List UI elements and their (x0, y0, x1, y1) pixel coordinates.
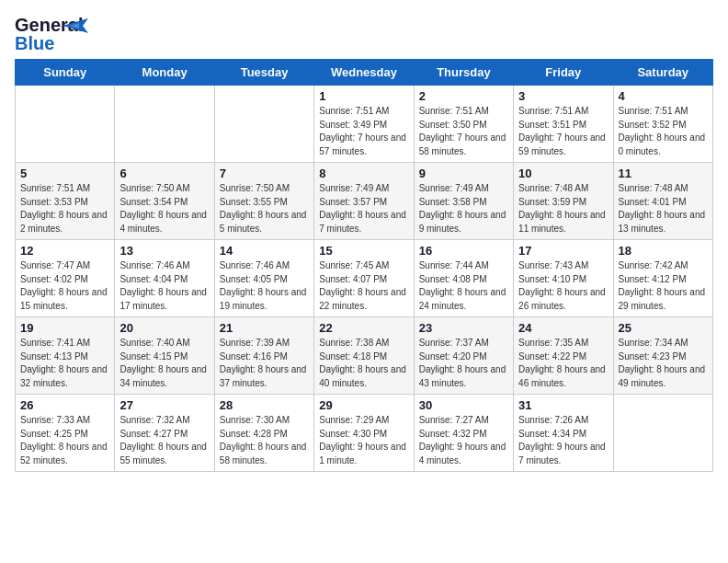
day-number: 27 (119, 398, 209, 412)
calendar-cell: 1Sunrise: 7:51 AM Sunset: 3:49 PM Daylig… (314, 86, 414, 163)
day-info: Sunrise: 7:51 AM Sunset: 3:49 PM Dayligh… (319, 105, 408, 158)
day-number: 9 (419, 167, 508, 180)
calendar-cell: 25Sunrise: 7:34 AM Sunset: 4:23 PM Dayli… (613, 317, 712, 395)
day-info: Sunrise: 7:40 AM Sunset: 4:15 PM Dayligh… (119, 337, 209, 390)
weekday-header-row: SundayMondayTuesdayWednesdayThursdayFrid… (16, 60, 713, 86)
calendar-cell: 30Sunrise: 7:27 AM Sunset: 4:32 PM Dayli… (414, 395, 513, 472)
day-number: 21 (220, 321, 309, 335)
weekday-header-friday: Friday (514, 60, 613, 86)
day-info: Sunrise: 7:29 AM Sunset: 4:30 PM Dayligh… (319, 414, 408, 467)
day-number: 20 (119, 321, 209, 335)
day-number: 2 (419, 89, 508, 103)
calendar-cell: 4Sunrise: 7:51 AM Sunset: 3:52 PM Daylig… (613, 86, 712, 163)
weekday-header-wednesday: Wednesday (314, 60, 414, 86)
logo-blue: Blue (15, 33, 54, 54)
calendar-week-4: 19Sunrise: 7:41 AM Sunset: 4:13 PM Dayli… (16, 317, 713, 395)
day-info: Sunrise: 7:51 AM Sunset: 3:51 PM Dayligh… (518, 105, 608, 158)
day-number: 6 (119, 167, 209, 180)
calendar-cell: 22Sunrise: 7:38 AM Sunset: 4:18 PM Dayli… (314, 317, 414, 395)
day-number: 4 (619, 89, 708, 103)
day-info: Sunrise: 7:41 AM Sunset: 4:13 PM Dayligh… (20, 337, 109, 390)
day-info: Sunrise: 7:32 AM Sunset: 4:27 PM Dayligh… (119, 414, 209, 467)
calendar-cell: 13Sunrise: 7:46 AM Sunset: 4:04 PM Dayli… (115, 240, 214, 317)
calendar-cell: 2Sunrise: 7:51 AM Sunset: 3:50 PM Daylig… (414, 86, 513, 163)
calendar-cell: 19Sunrise: 7:41 AM Sunset: 4:13 PM Dayli… (16, 317, 115, 395)
day-info: Sunrise: 7:34 AM Sunset: 4:23 PM Dayligh… (619, 337, 708, 390)
calendar-cell (214, 86, 313, 163)
weekday-header-saturday: Saturday (613, 60, 712, 86)
weekday-header-monday: Monday (115, 60, 214, 86)
day-number: 1 (319, 89, 408, 103)
day-info: Sunrise: 7:50 AM Sunset: 3:55 PM Dayligh… (220, 182, 309, 236)
logo-airplane-icon (63, 17, 88, 35)
day-info: Sunrise: 7:51 AM Sunset: 3:53 PM Dayligh… (20, 182, 109, 236)
day-info: Sunrise: 7:51 AM Sunset: 3:52 PM Dayligh… (619, 105, 708, 158)
day-info: Sunrise: 7:26 AM Sunset: 4:34 PM Dayligh… (518, 414, 608, 467)
calendar-cell: 29Sunrise: 7:29 AM Sunset: 4:30 PM Dayli… (314, 395, 414, 472)
weekday-header-tuesday: Tuesday (214, 60, 313, 86)
day-number: 23 (419, 321, 508, 335)
day-number: 5 (20, 167, 109, 180)
calendar-cell: 16Sunrise: 7:44 AM Sunset: 4:08 PM Dayli… (414, 240, 513, 317)
day-number: 26 (20, 398, 109, 412)
day-info: Sunrise: 7:38 AM Sunset: 4:18 PM Dayligh… (319, 337, 408, 390)
calendar-cell: 17Sunrise: 7:43 AM Sunset: 4:10 PM Dayli… (514, 240, 613, 317)
day-info: Sunrise: 7:39 AM Sunset: 4:16 PM Dayligh… (220, 337, 309, 390)
day-info: Sunrise: 7:46 AM Sunset: 4:05 PM Dayligh… (220, 259, 309, 313)
calendar-table: SundayMondayTuesdayWednesdayThursdayFrid… (15, 59, 713, 472)
day-info: Sunrise: 7:47 AM Sunset: 4:02 PM Dayligh… (20, 259, 109, 313)
day-number: 11 (619, 167, 708, 180)
day-number: 8 (319, 167, 408, 180)
calendar-cell: 26Sunrise: 7:33 AM Sunset: 4:25 PM Dayli… (16, 395, 115, 472)
day-number: 19 (20, 321, 109, 335)
calendar-cell: 5Sunrise: 7:51 AM Sunset: 3:53 PM Daylig… (16, 163, 115, 240)
calendar-cell: 23Sunrise: 7:37 AM Sunset: 4:20 PM Dayli… (414, 317, 513, 395)
day-info: Sunrise: 7:49 AM Sunset: 3:58 PM Dayligh… (419, 182, 508, 236)
calendar-cell: 3Sunrise: 7:51 AM Sunset: 3:51 PM Daylig… (514, 86, 613, 163)
day-number: 7 (220, 167, 309, 180)
day-number: 25 (619, 321, 708, 335)
day-number: 15 (319, 244, 408, 258)
calendar-cell: 8Sunrise: 7:49 AM Sunset: 3:57 PM Daylig… (314, 163, 414, 240)
day-info: Sunrise: 7:49 AM Sunset: 3:57 PM Dayligh… (319, 182, 408, 236)
day-info: Sunrise: 7:33 AM Sunset: 4:25 PM Dayligh… (20, 414, 109, 467)
day-number: 29 (319, 398, 408, 412)
day-number: 18 (619, 244, 708, 258)
day-number: 10 (518, 167, 608, 180)
day-number: 28 (220, 398, 309, 412)
calendar-cell: 18Sunrise: 7:42 AM Sunset: 4:12 PM Dayli… (613, 240, 712, 317)
day-info: Sunrise: 7:48 AM Sunset: 4:01 PM Dayligh… (619, 182, 708, 236)
day-info: Sunrise: 7:27 AM Sunset: 4:32 PM Dayligh… (419, 414, 508, 467)
day-number: 14 (220, 244, 309, 258)
calendar-cell: 14Sunrise: 7:46 AM Sunset: 4:05 PM Dayli… (214, 240, 313, 317)
day-info: Sunrise: 7:37 AM Sunset: 4:20 PM Dayligh… (419, 337, 508, 390)
day-info: Sunrise: 7:44 AM Sunset: 4:08 PM Dayligh… (419, 259, 508, 313)
day-number: 30 (419, 398, 508, 412)
calendar-body: 1Sunrise: 7:51 AM Sunset: 3:49 PM Daylig… (16, 86, 713, 472)
day-info: Sunrise: 7:45 AM Sunset: 4:07 PM Dayligh… (319, 259, 408, 313)
calendar-cell: 28Sunrise: 7:30 AM Sunset: 4:28 PM Dayli… (214, 395, 313, 472)
calendar-cell: 24Sunrise: 7:35 AM Sunset: 4:22 PM Dayli… (514, 317, 613, 395)
calendar-cell (613, 395, 712, 472)
day-info: Sunrise: 7:46 AM Sunset: 4:04 PM Dayligh… (119, 259, 209, 313)
day-info: Sunrise: 7:43 AM Sunset: 4:10 PM Dayligh… (518, 259, 608, 313)
calendar-cell: 21Sunrise: 7:39 AM Sunset: 4:16 PM Dayli… (214, 317, 313, 395)
logo: General Blue (15, 15, 63, 50)
calendar-cell: 9Sunrise: 7:49 AM Sunset: 3:58 PM Daylig… (414, 163, 513, 240)
calendar-cell: 6Sunrise: 7:50 AM Sunset: 3:54 PM Daylig… (115, 163, 214, 240)
day-info: Sunrise: 7:48 AM Sunset: 3:59 PM Dayligh… (518, 182, 608, 236)
calendar-cell: 10Sunrise: 7:48 AM Sunset: 3:59 PM Dayli… (514, 163, 613, 240)
day-info: Sunrise: 7:30 AM Sunset: 4:28 PM Dayligh… (220, 414, 309, 467)
day-info: Sunrise: 7:42 AM Sunset: 4:12 PM Dayligh… (619, 259, 708, 313)
day-info: Sunrise: 7:50 AM Sunset: 3:54 PM Dayligh… (119, 182, 209, 236)
weekday-header-thursday: Thursday (414, 60, 513, 86)
calendar-cell: 15Sunrise: 7:45 AM Sunset: 4:07 PM Dayli… (314, 240, 414, 317)
day-number: 16 (419, 244, 508, 258)
day-number: 22 (319, 321, 408, 335)
weekday-header-sunday: Sunday (16, 60, 115, 86)
day-number: 13 (119, 244, 209, 258)
calendar-cell: 12Sunrise: 7:47 AM Sunset: 4:02 PM Dayli… (16, 240, 115, 317)
calendar-cell: 27Sunrise: 7:32 AM Sunset: 4:27 PM Dayli… (115, 395, 214, 472)
calendar-week-5: 26Sunrise: 7:33 AM Sunset: 4:25 PM Dayli… (16, 395, 713, 472)
calendar-week-2: 5Sunrise: 7:51 AM Sunset: 3:53 PM Daylig… (16, 163, 713, 240)
